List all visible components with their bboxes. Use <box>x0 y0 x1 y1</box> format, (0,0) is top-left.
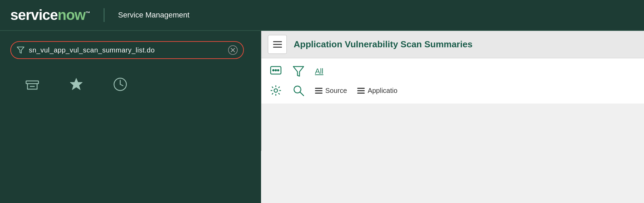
logo: servicenow™ <box>10 7 90 23</box>
source-col-label: Source <box>325 87 347 95</box>
content-header: Application Vulnerability Scan Summaries <box>261 31 644 58</box>
svg-point-12 <box>274 89 278 92</box>
application-col-lines-icon <box>357 88 365 94</box>
all-filter-link[interactable]: All <box>315 67 323 76</box>
page-title: Application Vulnerability Scan Summaries <box>294 39 473 50</box>
app-name: Service Management <box>118 11 190 20</box>
header-divider <box>104 8 104 22</box>
archive-icon[interactable] <box>24 76 41 93</box>
application-col-label: Applicatio <box>368 87 397 95</box>
source-column-header[interactable]: Source <box>315 87 347 95</box>
application-column-header[interactable]: Applicatio <box>357 87 397 95</box>
toolbar: All <box>261 58 644 104</box>
svg-marker-5 <box>70 78 82 90</box>
search-clear-button[interactable] <box>228 45 238 55</box>
svg-point-9 <box>275 70 276 71</box>
main-layout: sn_vul_app_vul_scan_summary_list.do <box>0 31 644 203</box>
filter-icon[interactable] <box>292 65 305 77</box>
svg-point-8 <box>273 70 274 71</box>
sidebar: sn_vul_app_vul_scan_summary_list.do <box>0 31 261 203</box>
logo-area: servicenow™ Service Management <box>10 7 190 23</box>
svg-point-13 <box>294 86 301 93</box>
hamburger-line-3 <box>273 47 282 48</box>
toolbar-row-2: Source Applicatio <box>270 84 635 97</box>
hamburger-line-2 <box>273 44 282 45</box>
logo-tm: ™ <box>86 10 90 16</box>
search-bar: sn_vul_app_vul_scan_summary_list.do <box>10 41 244 59</box>
app-header: servicenow™ Service Management <box>0 0 644 31</box>
hamburger-line-1 <box>273 41 282 42</box>
search-input-value[interactable]: sn_vul_app_vul_scan_summary_list.do <box>29 46 224 54</box>
svg-point-10 <box>278 70 279 71</box>
svg-line-14 <box>300 92 304 96</box>
hamburger-menu-button[interactable] <box>268 35 287 54</box>
chat-icon[interactable] <box>270 65 282 77</box>
history-icon[interactable] <box>112 76 128 93</box>
svg-rect-3 <box>26 81 38 84</box>
content-panel: Application Vulnerability Scan Summaries <box>261 31 644 203</box>
settings-gear-icon[interactable] <box>270 84 282 97</box>
filter-funnel-icon <box>16 46 25 54</box>
search-magnify-icon[interactable] <box>292 84 305 97</box>
panel-divider <box>261 31 261 151</box>
source-col-lines-icon <box>315 88 323 94</box>
svg-marker-0 <box>17 47 24 53</box>
toolbar-row-1: All <box>270 65 635 77</box>
favorites-icon[interactable] <box>68 76 84 93</box>
sidebar-icons-row <box>10 69 251 99</box>
svg-marker-11 <box>293 67 304 76</box>
